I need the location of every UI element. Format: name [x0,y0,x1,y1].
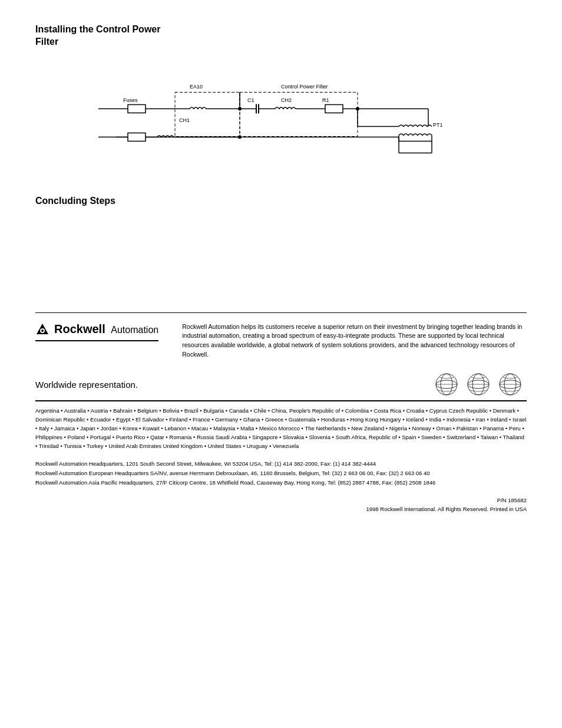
globe-icons [434,371,527,398]
cpf-label: Control Power Filter [281,83,328,89]
brand-description: Rockwell Automation helps its customers … [182,322,527,360]
fuses-label: Fuses [123,97,138,103]
hq2: Rockwell Automation European Headquarter… [35,469,527,478]
svg-rect-1 [128,104,146,113]
section2-title: Concluding Steps [35,196,527,206]
pn-block: P/N 185682 1998 Rockwell International. … [366,496,527,513]
globe-icon-3 [497,371,527,398]
copyright-text: 1998 Rockwell International. All Rights … [366,505,527,513]
pt1-label: PT1 [433,121,443,127]
hq-addresses: Rockwell Automation Headquarters, 1201 S… [35,459,527,487]
worldwide-title: Worldwide representation. [35,380,434,390]
ea10-label: EA10 [190,83,203,89]
part-number: P/N 185682 [366,496,527,505]
brand-divider [35,340,158,341]
ch2-label: CH2 [281,97,292,103]
globe-icon-2 [465,371,495,398]
svg-rect-3 [175,92,240,136]
brand-block: Rockwell Automation [35,322,158,341]
svg-rect-28 [128,133,146,141]
countries-text: Argentina • Australia • Austria • Bahrai… [35,406,527,451]
brand-logo: Rockwell Automation [35,322,158,337]
r1-label: R1 [322,97,329,103]
footer-area: Rockwell Automation Rockwell Automation … [35,312,527,514]
svg-point-37 [41,330,44,332]
globe-icon-1 [434,371,463,398]
svg-rect-14 [325,104,343,113]
svg-rect-7 [240,92,358,136]
hq3: Rockwell Automation Asia Pacific Headqua… [35,478,527,487]
brand-name-text: Rockwell Automation [54,322,158,336]
rockwell-logo-icon [35,322,49,337]
circuit-svg: Fuses EA10 Control Power Filter CH1 C1 C… [98,66,464,172]
footer-bottom: P/N 185682 1998 Rockwell International. … [35,496,527,513]
c1-label: C1 [247,97,254,103]
svg-point-30 [238,135,242,139]
ch1-label: CH1 [179,117,190,123]
circuit-diagram: Fuses EA10 Control Power Filter CH1 C1 C… [98,66,464,172]
page-title: Installing the Control Power Filter [35,24,527,48]
hq1: Rockwell Automation Headquarters, 1201 S… [35,459,527,469]
footer-brand-row: Rockwell Automation Rockwell Automation … [35,322,527,360]
worldwide-row: Worldwide representation. [35,371,527,401]
